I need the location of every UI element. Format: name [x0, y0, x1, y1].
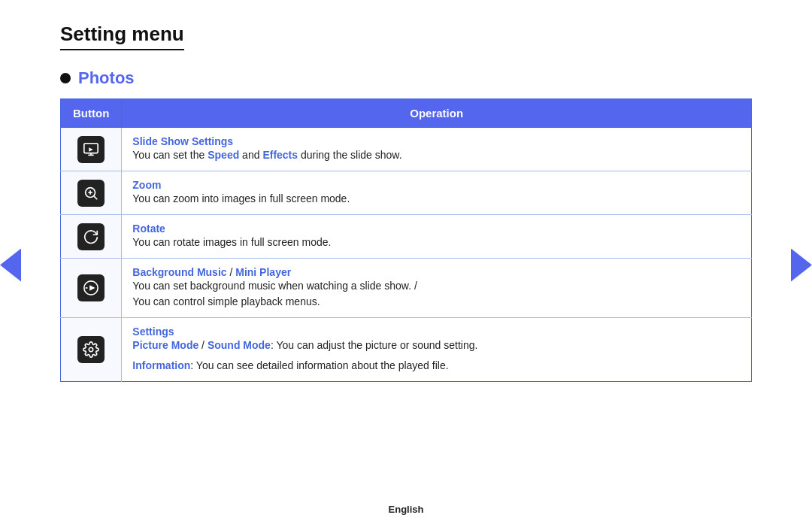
settings-icon [77, 336, 105, 363]
svg-rect-0 [84, 143, 98, 153]
page-title: Setting menu [60, 23, 184, 50]
svg-point-10 [89, 347, 93, 352]
op-name-primary: Background Music [132, 266, 226, 278]
operation-cell: Slide Show SettingsYou can set the Speed… [122, 128, 752, 171]
button-cell [61, 215, 122, 259]
operation-cell: RotateYou can rotate images in full scre… [122, 215, 752, 259]
op-name-secondary: Mini Player [235, 266, 291, 278]
plain-text: : You can adjust the picture or sound se… [271, 339, 478, 351]
op-name-primary: Slide Show Settings [132, 135, 233, 147]
operation-cell: SettingsPicture Mode / Sound Mode: You c… [122, 318, 752, 382]
button-cell [61, 318, 122, 382]
op-name-primary: Rotate [132, 223, 165, 235]
plain-text: You can zoom into images in full screen … [132, 192, 350, 204]
op-description: You can set background music when watchi… [132, 278, 741, 310]
plain-text: : You can see detailed information about… [190, 359, 448, 371]
plain-text: You can set background music when watchi… [132, 278, 741, 294]
table-header-row: Button Operation [61, 99, 752, 128]
plain-text: You can control simple playback menus. [132, 294, 741, 310]
op-description: You can set the Speed and Effects during… [132, 147, 741, 163]
table-row: RotateYou can rotate images in full scre… [61, 215, 752, 259]
music-icon [77, 274, 105, 301]
op-description: You can zoom into images in full screen … [132, 191, 741, 207]
settings-table: Button Operation Slide Show SettingsYou … [60, 98, 752, 382]
table-row: SettingsPicture Mode / Sound Mode: You c… [61, 318, 752, 382]
section-bullet [60, 73, 71, 83]
svg-line-4 [94, 195, 98, 199]
plain-text: You can set the [132, 149, 208, 161]
col-header-button: Button [61, 99, 122, 128]
svg-marker-8 [89, 285, 95, 290]
highlight-text: Effects [262, 149, 298, 161]
highlight-text: Speed [208, 149, 239, 161]
footer-language: English [0, 504, 812, 515]
button-cell [61, 259, 122, 318]
section-title: Photos [78, 68, 135, 88]
op-name-primary: Zoom [132, 179, 161, 191]
plain-text: You can rotate images in full screen mod… [132, 236, 331, 248]
table-row: ZoomYou can zoom into images in full scr… [61, 171, 752, 215]
op-description: You can rotate images in full screen mod… [132, 235, 741, 250]
button-cell [61, 171, 122, 215]
rotate-icon [77, 223, 105, 250]
table-row: Background Music / Mini PlayerYou can se… [61, 259, 752, 318]
op-name-primary: Settings [132, 326, 174, 338]
op-separator: / [227, 266, 236, 278]
operation-cell: Background Music / Mini PlayerYou can se… [122, 259, 752, 318]
plain-text: and [239, 149, 262, 161]
operation-cell: ZoomYou can zoom into images in full scr… [122, 171, 752, 215]
highlight-text: Sound Mode [208, 339, 271, 351]
highlight-text: Picture Mode [132, 339, 198, 351]
plain-text: / [198, 339, 208, 351]
zoom-icon [77, 180, 105, 207]
plain-text: during the slide show. [298, 149, 402, 161]
highlight-text: Information [132, 359, 190, 371]
table-row: Slide Show SettingsYou can set the Speed… [61, 128, 752, 171]
col-header-operation: Operation [122, 99, 752, 128]
button-cell [61, 128, 122, 171]
slideshow-icon [77, 136, 105, 163]
op-description: Picture Mode / Sound Mode: You can adjus… [132, 338, 741, 374]
